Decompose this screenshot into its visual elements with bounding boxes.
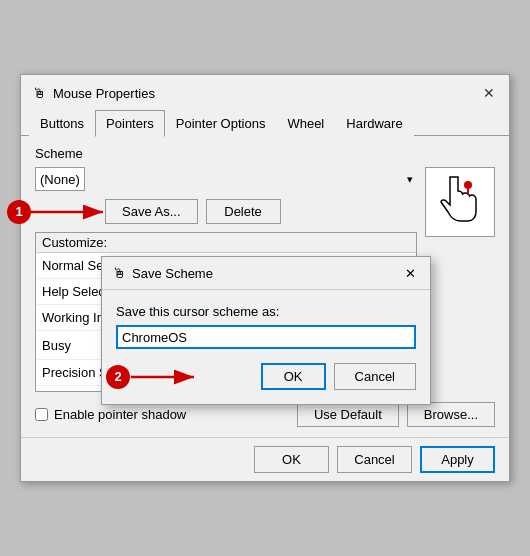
ok-button[interactable]: OK	[254, 446, 329, 473]
dialog-prompt: Save this cursor scheme as:	[116, 304, 416, 319]
dialog-window-icon: 🖱	[112, 265, 126, 281]
tab-wheel[interactable]: Wheel	[276, 110, 335, 137]
footer: OK Cancel Apply	[21, 437, 509, 481]
tab-bar: Buttons Pointers Pointer Options Wheel H…	[21, 109, 509, 136]
window-icon: 🖱	[31, 85, 47, 101]
apply-button[interactable]: Apply	[420, 446, 495, 473]
dialog-title-left: 🖱 Save Scheme	[112, 265, 213, 281]
tab-pointer-options[interactable]: Pointer Options	[165, 110, 277, 137]
scheme-name-input[interactable]	[116, 325, 416, 349]
mouse-properties-window: 🖱 Mouse Properties ✕ Buttons Pointers Po…	[20, 74, 510, 482]
window-title: Mouse Properties	[53, 86, 155, 101]
dialog-title-bar: 🖱 Save Scheme ✕	[102, 257, 430, 290]
tab-buttons[interactable]: Buttons	[29, 110, 95, 137]
title-bar: 🖱 Mouse Properties ✕	[21, 75, 509, 109]
dialog-close-button[interactable]: ✕	[400, 263, 420, 283]
dialog-content: Save this cursor scheme as: 2	[102, 290, 430, 404]
tab-pointers[interactable]: Pointers	[95, 110, 165, 137]
dialog-title-text: Save Scheme	[132, 266, 213, 281]
main-content: Scheme (None) 1	[21, 136, 509, 437]
dialog-overlay: 🖱 Save Scheme ✕ Save this cursor scheme …	[21, 136, 509, 437]
title-bar-left: 🖱 Mouse Properties	[31, 85, 155, 101]
cancel-button[interactable]: Cancel	[337, 446, 412, 473]
window-close-button[interactable]: ✕	[479, 83, 499, 103]
dialog-cancel-button[interactable]: Cancel	[334, 363, 416, 390]
dialog-buttons: 2 OK Cancel	[116, 363, 416, 390]
dialog-ok-button[interactable]: OK	[261, 363, 326, 390]
arrow-2-icon	[126, 366, 206, 388]
save-scheme-dialog: 🖱 Save Scheme ✕ Save this cursor scheme …	[101, 256, 431, 405]
tab-hardware[interactable]: Hardware	[335, 110, 413, 137]
